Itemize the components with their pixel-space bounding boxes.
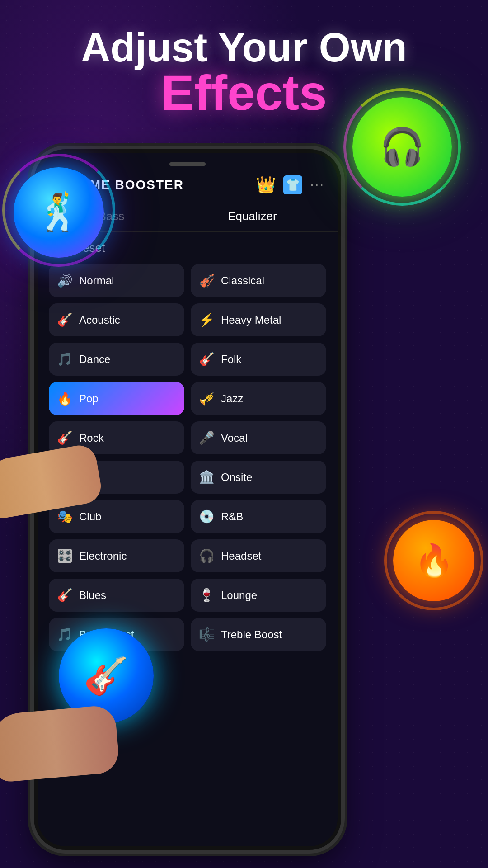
tab-equalizer[interactable]: Equalizer [219,206,286,227]
preset-blues[interactable]: 🎸 Blues [49,579,184,612]
preset-headset[interactable]: 🎧 Headset [191,539,326,572]
bass-boost-icon: 🎵 [57,627,73,642]
preset-normal[interactable]: 🔊 Normal [49,264,184,297]
normal-icon: 🔊 [57,273,73,288]
pop-icon: 🔥 [57,391,73,406]
preset-onsite[interactable]: 🏛️ Onsite [191,461,326,494]
preset-folk[interactable]: 🎸 Folk [191,343,326,376]
folk-icon: 🎸 [199,352,215,367]
header-icons: 👑 👕 ⋯ [256,175,324,194]
preset-acoustic[interactable]: 🎸 Acoustic [49,303,184,336]
preset-treble-boost[interactable]: 🎼 Treble Boost [191,618,326,651]
treble-boost-icon: 🎼 [199,627,215,642]
classical-icon: 🎻 [199,273,215,288]
crown-icon[interactable]: 👑 [256,175,276,194]
club-icon: 🎭 [57,509,73,524]
preset-classical[interactable]: 🎻 Classical [191,264,326,297]
lounge-icon: 🍷 [199,588,215,603]
rock-icon: 🎸 [57,430,73,445]
blues-icon: 🎸 [57,588,73,603]
headset-icon: 🎧 [199,548,215,563]
preset-rnb[interactable]: 💿 R&B [191,500,326,533]
heavy-metal-icon: ⚡ [199,312,215,327]
jazz-icon: 🎺 [199,391,215,406]
vocal-icon: 🎤 [199,430,215,445]
preset-jazz[interactable]: 🎺 Jazz [191,382,326,415]
acoustic-icon: 🎸 [57,312,73,327]
more-icon[interactable]: ⋯ [310,176,324,193]
onsite-icon: 🏛️ [199,470,215,485]
electronic-icon: 🎛️ [57,548,73,563]
preset-pop[interactable]: 🔥 Pop [49,382,184,415]
preset-vocal[interactable]: 🎤 Vocal [191,421,326,454]
preset-electronic[interactable]: 🎛️ Electronic [49,539,184,572]
title-line1: Adjust Your Own [0,27,488,68]
orange-orb: 🔥 [393,520,474,601]
preset-dance[interactable]: 🎵 Dance [49,343,184,376]
preset-lounge[interactable]: 🍷 Lounge [191,579,326,612]
blue-orb: 🕺 [14,167,104,258]
shirt-icon[interactable]: 👕 [283,175,302,194]
green-orb: 🎧 [352,97,452,197]
rnb-icon: 💿 [199,509,215,524]
dance-icon: 🎵 [57,352,73,367]
finger-bottom [0,704,120,783]
notch-pill [169,162,206,166]
preset-heavy-metal[interactable]: ⚡ Heavy Metal [191,303,326,336]
